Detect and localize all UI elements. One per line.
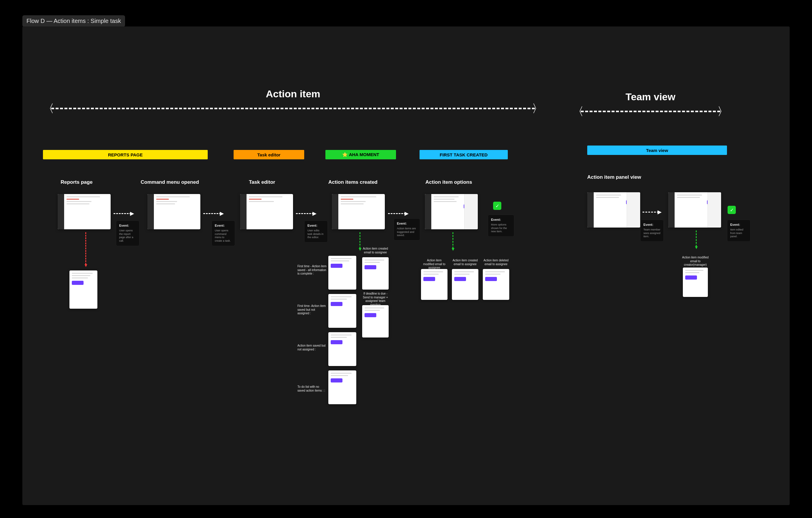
thumb-modified-email[interactable] <box>421 269 447 300</box>
section-action-item-title: Action item <box>43 88 543 100</box>
thumb-modified-creator[interactable] <box>683 268 708 297</box>
label-created-email2: Action item created email to assignee <box>452 259 478 266</box>
arrow-right-icon: ▶ <box>114 210 134 217</box>
label-deleted-email: Action item deleted email to assignee <box>483 259 509 266</box>
badge-task-editor: Task editor <box>234 150 304 159</box>
thumb-deadline-due[interactable] <box>362 305 389 337</box>
col-ai-panel: Action item panel view <box>587 174 641 180</box>
note-event-1: Event: User opens the report page after … <box>116 220 140 246</box>
label-modified-email: Action item modified email to assignee <box>421 259 447 270</box>
thumb-command-menu[interactable] <box>147 194 200 229</box>
thumb-first-saved-complete[interactable] <box>328 256 356 290</box>
thumb-first-saved-not-assigned[interactable] <box>328 294 356 328</box>
badge-aha-moment: ⭐ AHA MOMENT <box>325 150 396 159</box>
frame-title: Flow D — Action items : Simple task <box>22 15 125 27</box>
arrow-right-icon: ▶ <box>296 210 317 217</box>
thumb-ai-created[interactable] <box>332 194 385 229</box>
label-first-saved-complete: First time - Action item saved - all inf… <box>297 265 327 276</box>
col-reports-page: Reports page <box>61 179 93 185</box>
label-saved-not-assigned: Action item saved but not assigned : <box>297 344 327 351</box>
arrow-down-icon: ▼ <box>451 232 456 252</box>
thumb-reports-sub[interactable] <box>69 271 97 309</box>
label-todo-no-saved: To do list with no saved action items : … <box>297 385 327 393</box>
section-team-view-title: Team view <box>573 91 728 102</box>
note-team-1: Event: Team member sees assigned item. <box>640 220 664 242</box>
thumb-created-email[interactable] <box>362 257 389 290</box>
thumb-saved-not-assigned[interactable] <box>328 332 356 366</box>
thumb-deleted-email[interactable] <box>483 269 509 300</box>
col-ai-options: Action item options <box>426 179 472 185</box>
range-line <box>581 111 720 112</box>
label-modified-creator: Action item modified email to creator(ma… <box>682 256 709 267</box>
thumb-team-panel-1[interactable] <box>587 192 640 227</box>
range-line <box>51 108 535 109</box>
canvas: Action item 〈 〉 Team view 〈 〉 REPORTS PA… <box>22 27 790 505</box>
thumb-todo-no-saved[interactable] <box>328 370 356 404</box>
arrow-down-icon: ▼ <box>84 232 88 268</box>
chevron-right-icon: 〉 <box>717 106 728 117</box>
arrow-down-icon: ▼ <box>694 231 699 250</box>
label-deadline-due: If deadline is due - Send to manager + a… <box>362 292 389 307</box>
label-first-saved-not-assigned: First time- Action item saved but not as… <box>297 304 327 315</box>
note-event-3: Event: User edits task details in the ed… <box>304 220 328 243</box>
col-command-menu: Command menu opened <box>141 179 199 185</box>
arrow-right-icon: ▶ <box>203 210 224 217</box>
thumb-reports-page[interactable] <box>58 194 111 229</box>
check-icon: ✓ <box>728 206 736 214</box>
range-arrow-team-view: 〈 〉 <box>573 109 728 114</box>
note-event-2: Event: User opens command menu to create… <box>211 220 235 246</box>
range-arrow-action-item: 〈 〉 <box>43 105 543 112</box>
section-team-view: Team view 〈 〉 <box>573 91 728 114</box>
section-action-item: Action item 〈 〉 <box>43 88 543 112</box>
thumb-team-panel-2[interactable] <box>668 192 721 227</box>
thumb-created-email2[interactable] <box>452 269 478 300</box>
badge-team-view: Team view <box>587 146 727 155</box>
check-icon: ✓ <box>493 202 501 210</box>
note-event-4: Event: Action items are suggested and sa… <box>394 218 420 241</box>
col-task-editor: Task editor <box>249 179 275 185</box>
arrow-down-icon: ▼ <box>358 232 362 252</box>
note-event-5: Event: More options shown for the new it… <box>488 215 514 237</box>
chevron-right-icon: 〉 <box>532 103 543 114</box>
thumb-task-editor[interactable] <box>240 194 293 229</box>
col-ai-created: Action items created <box>328 179 377 185</box>
arrow-right-icon: ▶ <box>388 210 409 217</box>
badge-reports-page: REPORTS PAGE <box>43 150 208 159</box>
label-created-email: Action item created email to assignee <box>362 247 389 254</box>
badge-first-task: FIRST TASK CREATED <box>419 150 508 159</box>
note-team-2: Event: Item edited from team panel. <box>727 220 751 242</box>
arrow-right-icon: ▶ <box>642 209 662 215</box>
frame-title-text: Flow D — Action items : Simple task <box>27 18 121 24</box>
thumb-ai-options[interactable] <box>425 194 478 229</box>
